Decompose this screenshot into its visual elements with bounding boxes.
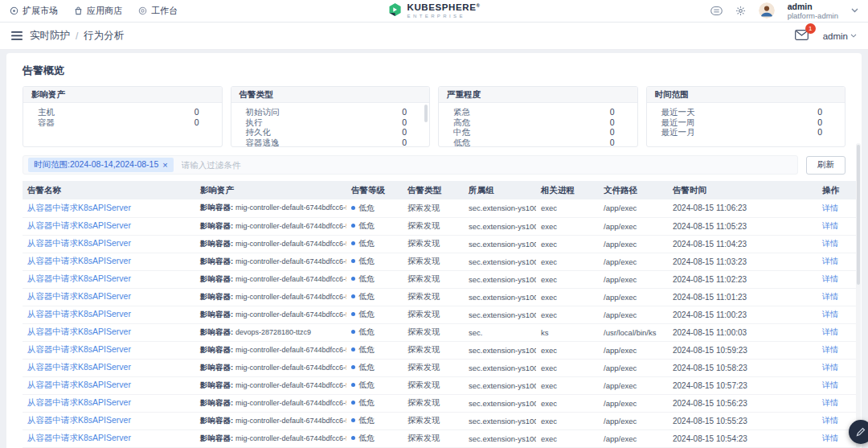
alert-name-link[interactable]: 从容器中请求K8sAPIServer bbox=[27, 344, 131, 354]
table-head-row: 告警名称影响资产告警等级告警类型所属组相关进程文件路径告警时间操作 bbox=[23, 181, 858, 199]
nav-extension-market[interactable]: 扩展市场 bbox=[10, 5, 58, 17]
notifications-icon[interactable]: 1 bbox=[795, 29, 809, 43]
nav-label: 工作台 bbox=[151, 5, 178, 17]
remove-filter-icon[interactable]: × bbox=[162, 161, 167, 170]
alert-group: sec.extension-ys1000... bbox=[464, 235, 536, 253]
card-stat-row: 低危 0 bbox=[439, 138, 637, 147]
table-row[interactable]: 从容器中请求K8sAPIServer 影响容器: mig-controller-… bbox=[23, 270, 858, 288]
table-row[interactable]: 从容器中请求K8sAPIServer 影响容器: devops-28728180… bbox=[23, 323, 858, 341]
detail-link[interactable]: 详情 bbox=[822, 380, 838, 389]
logo-title: KUBESPHERE® bbox=[407, 3, 481, 13]
detail-link[interactable]: 详情 bbox=[822, 203, 838, 212]
column-header: 相关进程 bbox=[536, 181, 599, 199]
alert-level: 低危 bbox=[358, 221, 375, 230]
card-title: 严重程度 bbox=[447, 89, 481, 101]
alert-name-link[interactable]: 从容器中请求K8sAPIServer bbox=[27, 238, 131, 248]
table-row[interactable]: 从容器中请求K8sAPIServer 影响容器: mig-controller-… bbox=[23, 253, 858, 270]
alert-file-path: /usr/local/bin/ks bbox=[599, 323, 668, 341]
alert-level: 低危 bbox=[358, 274, 375, 283]
table-row[interactable]: 从容器中请求K8sAPIServer 影响容器: mig-controller-… bbox=[23, 217, 858, 235]
alert-name-link[interactable]: 从容器中请求K8sAPIServer bbox=[27, 256, 131, 265]
nav-app-store[interactable]: 应用商店 bbox=[74, 5, 122, 17]
menu-icon[interactable] bbox=[11, 29, 23, 43]
alert-time: 2024-08-15 11:04:23 bbox=[668, 235, 817, 253]
alert-name-link[interactable]: 从容器中请求K8sAPIServer bbox=[27, 220, 131, 230]
alert-name-link[interactable]: 从容器中请求K8sAPIServer bbox=[27, 273, 131, 283]
nav-workbench[interactable]: 工作台 bbox=[138, 5, 178, 17]
alert-name-link[interactable]: 从容器中请求K8sAPIServer bbox=[27, 203, 131, 212]
detail-link[interactable]: 详情 bbox=[822, 327, 838, 336]
alert-name-link[interactable]: 从容器中请求K8sAPIServer bbox=[27, 380, 131, 389]
stat-value: 0 bbox=[817, 107, 822, 117]
detail-link[interactable]: 详情 bbox=[822, 434, 838, 442]
level-dot-icon bbox=[351, 241, 355, 245]
table-row[interactable]: 从容器中请求K8sAPIServer 影响容器: mig-controller-… bbox=[23, 235, 858, 253]
alert-name-link[interactable]: 从容器中请求K8sAPIServer bbox=[27, 327, 131, 336]
overview-card: 严重程度 紧急 0 高危 0 中危 0 低危 0 bbox=[438, 86, 638, 147]
stat-label: 低危 bbox=[453, 138, 470, 147]
alert-group: sec.extension-ys1000... bbox=[464, 430, 536, 447]
avatar[interactable] bbox=[759, 2, 775, 18]
detail-link[interactable]: 详情 bbox=[822, 239, 838, 248]
card-stat-row: 容器 0 bbox=[23, 117, 222, 128]
refresh-button[interactable]: 刷新 bbox=[806, 156, 845, 175]
scrollbar-thumb[interactable] bbox=[857, 145, 860, 285]
level-dot-icon bbox=[351, 383, 355, 387]
alert-name-link[interactable]: 从容器中请求K8sAPIServer bbox=[27, 415, 131, 425]
asset-value: mig-controller-default-6744bdfcc6-5vw9z bbox=[235, 203, 346, 212]
detail-link[interactable]: 详情 bbox=[822, 310, 838, 319]
alert-level: 低危 bbox=[358, 345, 375, 354]
filter-input-area[interactable]: 时间范围:2024-08-14,2024-08-15 × bbox=[23, 155, 798, 175]
table-scrollbar[interactable] bbox=[856, 143, 861, 448]
alert-type: 探索发现 bbox=[403, 323, 464, 341]
alert-group: sec.extension-ys1000... bbox=[464, 306, 536, 323]
breadcrumb: 实时防护 / 行为分析 bbox=[11, 29, 124, 43]
alert-process: exec bbox=[536, 394, 599, 412]
table-row[interactable]: 从容器中请求K8sAPIServer 影响容器: mig-controller-… bbox=[23, 288, 858, 306]
gear-icon[interactable] bbox=[735, 6, 746, 16]
detail-link[interactable]: 详情 bbox=[822, 221, 838, 230]
alert-time: 2024-08-15 10:59:23 bbox=[668, 341, 817, 359]
user-name: admin bbox=[788, 2, 838, 12]
table-row[interactable]: 从容器中请求K8sAPIServer 影响容器: mig-controller-… bbox=[23, 430, 858, 447]
chevron-down-icon[interactable] bbox=[851, 8, 858, 13]
alert-name-link[interactable]: 从容器中请求K8sAPIServer bbox=[27, 309, 131, 319]
breadcrumb-section[interactable]: 实时防护 bbox=[30, 29, 70, 43]
table-row[interactable]: 从容器中请求K8sAPIServer 影响容器: mig-controller-… bbox=[23, 376, 858, 394]
table-row[interactable]: 从容器中请求K8sAPIServer 影响容器: mig-controller-… bbox=[23, 359, 858, 376]
alert-name-link[interactable]: 从容器中请求K8sAPIServer bbox=[27, 362, 131, 372]
table-row[interactable]: 从容器中请求K8sAPIServer 影响容器: mig-controller-… bbox=[23, 199, 858, 217]
stat-value: 0 bbox=[610, 117, 615, 128]
user-meta[interactable]: admin platform-admin bbox=[788, 2, 838, 21]
alert-group: sec.extension-ys1000... bbox=[464, 341, 536, 359]
alert-name-link[interactable]: 从容器中请求K8sAPIServer bbox=[27, 397, 131, 407]
top-right-controls: admin platform-admin bbox=[710, 2, 858, 21]
asset-label: 影响容器: bbox=[200, 239, 233, 248]
table-body: 从容器中请求K8sAPIServer 影响容器: mig-controller-… bbox=[23, 199, 858, 448]
detail-link[interactable]: 详情 bbox=[822, 398, 838, 407]
detail-link[interactable]: 详情 bbox=[822, 257, 838, 265]
alert-name-link[interactable]: 从容器中请求K8sAPIServer bbox=[27, 433, 131, 442]
table-row[interactable]: 从容器中请求K8sAPIServer 影响容器: mig-controller-… bbox=[23, 412, 858, 430]
detail-link[interactable]: 详情 bbox=[822, 363, 838, 372]
card-stat-row: 最近一天 0 bbox=[647, 107, 845, 117]
user-menu[interactable]: admin bbox=[823, 31, 857, 41]
alert-group: sec.extension-ys1000... bbox=[464, 253, 536, 270]
table-row[interactable]: 从容器中请求K8sAPIServer 影响容器: mig-controller-… bbox=[23, 394, 858, 412]
asset-label: 影响容器: bbox=[200, 203, 233, 212]
detail-link[interactable]: 详情 bbox=[822, 292, 838, 301]
detail-link[interactable]: 详情 bbox=[822, 274, 838, 283]
detail-link[interactable]: 详情 bbox=[822, 345, 838, 354]
lines-icon[interactable] bbox=[710, 6, 723, 15]
table-row[interactable]: 从容器中请求K8sAPIServer 影响容器: mig-controller-… bbox=[23, 306, 858, 323]
table-row[interactable]: 从容器中请求K8sAPIServer 影响容器: mig-controller-… bbox=[23, 341, 858, 359]
alert-name-link[interactable]: 从容器中请求K8sAPIServer bbox=[27, 291, 131, 301]
alert-level: 低危 bbox=[358, 310, 375, 319]
filter-input[interactable] bbox=[182, 160, 792, 170]
feedback-fab[interactable] bbox=[849, 420, 868, 444]
alert-group: sec.extension-ys1000... bbox=[464, 359, 536, 376]
card-stat-row: 最近一周 0 bbox=[647, 117, 845, 128]
detail-link[interactable]: 详情 bbox=[822, 416, 838, 425]
asset-label: 影响容器: bbox=[200, 310, 233, 319]
card-stat-row: 持久化 0 bbox=[231, 127, 430, 138]
